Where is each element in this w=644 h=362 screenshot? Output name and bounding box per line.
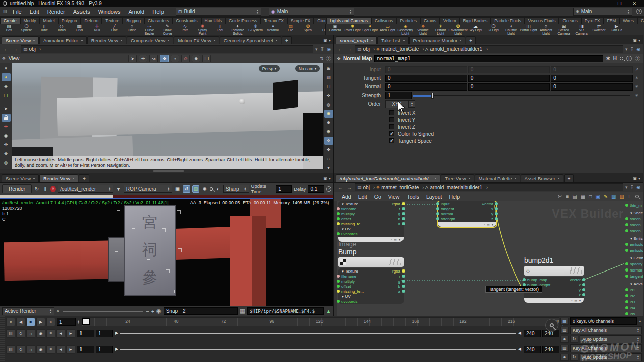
shelf-tab[interactable]: Lights and Cameras [326, 17, 371, 24]
path-crumb[interactable]: △ arnold_materialbuilder1 [425, 185, 488, 190]
shelf-tab[interactable]: Model [40, 17, 58, 24]
input-port-dot[interactable] [625, 288, 628, 291]
channels-icon[interactable]: ▦ [560, 318, 569, 325]
checkbox-row[interactable]: Invert Y [389, 116, 643, 123]
key-all-channels-select[interactable]: Key All Channels ▲▼ [570, 344, 642, 352]
pane-tab[interactable]: /obj/matnet_toriiGate/arnold_materialbui… [336, 174, 440, 182]
network-path[interactable]: ▤ obj ❖ matnet_toriiGate △ arnold_materi… [355, 183, 623, 191]
output-port-dot[interactable] [402, 285, 405, 288]
node-titlebar[interactable] [338, 257, 404, 267]
node-param-row[interactable]: strength z [438, 216, 496, 221]
input-port-dot[interactable] [337, 275, 340, 278]
shelf-tab[interactable]: Pyro FX [581, 17, 604, 24]
param-field-z[interactable]: 0 [551, 75, 633, 82]
node-footer[interactable]: ▫▭▾ [524, 298, 584, 303]
snap-field[interactable]: Snap 2 [164, 307, 238, 315]
save-snapshot-icon[interactable]: ▦ [240, 308, 245, 314]
output-port-dot[interactable] [402, 207, 405, 210]
pane-tab[interactable]: Motion FX View [174, 36, 219, 44]
path-chevron-icon[interactable]: ▾ [315, 47, 318, 52]
node-param-row[interactable]: Texture rgba [338, 201, 404, 206]
help-icon[interactable]: ? [636, 9, 642, 14]
refresh-icon[interactable]: ↻ [570, 336, 578, 343]
layout-icon[interactable]: □ [589, 194, 592, 199]
stop-button[interactable]: ■ [26, 318, 35, 326]
network-menu-item[interactable]: Help [445, 194, 463, 200]
output-port-dot[interactable] [582, 288, 585, 291]
input-port-dot[interactable] [625, 275, 628, 278]
pane-chevron-icon[interactable]: ▾ [638, 176, 640, 181]
minimize-button[interactable]: — [602, 1, 606, 6]
set-key-button[interactable] [545, 319, 558, 332]
shelf-tab[interactable]: Wires [619, 17, 637, 24]
minus-icon[interactable]: − [146, 308, 149, 314]
pane-layout-icon[interactable]: ▤ [2, 9, 8, 14]
node-param-row[interactable]: offset b [338, 284, 404, 289]
camera-snap-icon[interactable]: ◉ [156, 308, 162, 314]
pose-tool-icon[interactable]: ◎ [2, 159, 11, 167]
region-render-icon[interactable]: ▨ [192, 185, 200, 193]
pane-tab[interactable]: Asset Browser [521, 174, 564, 182]
surface-input-row[interactable]: normal [624, 267, 643, 273]
headlight-icon[interactable]: ✹ [324, 119, 333, 127]
axis-icon[interactable]: ✛ [324, 92, 333, 100]
network-menu-item[interactable]: Tools [403, 194, 423, 200]
list-icon[interactable]: ▤ [572, 194, 577, 199]
node-footer[interactable]: ▫▭▾ [438, 222, 496, 227]
shelf-tab[interactable]: Constraints [173, 17, 201, 24]
range-end-field[interactable]: 240 [542, 346, 559, 353]
pane-tab[interactable]: Composite View [127, 36, 173, 44]
node-flags[interactable] [569, 267, 582, 274]
input-port-dot[interactable] [625, 262, 628, 265]
output-port-dot[interactable] [495, 202, 498, 205]
menu-item[interactable]: Render [43, 8, 69, 16]
shelf-tab[interactable]: Hair Utils [201, 17, 225, 24]
input-port-dot[interactable] [625, 312, 628, 315]
network-editor[interactable]: VEX Builder Texture rgba [334, 201, 643, 316]
surface-input-row[interactable]: sheen_c [624, 222, 643, 228]
node-param-row[interactable]: multiply g [338, 279, 404, 284]
viewport-help-icon[interactable]: ? [326, 56, 331, 61]
shelf-tool[interactable]: ▯ Tube [35, 24, 53, 32]
shelf-tool[interactable]: ☀ Distant Light [432, 24, 449, 35]
shelf-tool[interactable]: ✛ Null [88, 24, 106, 32]
shelf-tab[interactable]: Rigging [123, 17, 144, 24]
shelf-tool[interactable]: ◫ Portal Light [520, 24, 537, 32]
right-scene-select[interactable]: ⊛ Main ▲▼ [573, 8, 632, 16]
output-port-dot[interactable] [402, 232, 405, 235]
re-render-icon[interactable]: ↻ [34, 186, 40, 192]
input-port-dot[interactable] [436, 202, 439, 205]
param-row-icon[interactable]: ✳ [633, 76, 641, 80]
surface-input-row[interactable]: Aovs [624, 281, 643, 287]
current-frame-field[interactable]: 1 [57, 318, 76, 326]
shelf-tab[interactable]: Crowds [637, 17, 644, 24]
up-level-icon[interactable]: ↑ [628, 194, 630, 199]
node-type-icon[interactable]: ❖ [337, 56, 341, 61]
pane-tab[interactable]: Performance Monitor [409, 36, 466, 44]
surface-input-row[interactable]: Geomet [624, 255, 643, 261]
param-field-z[interactable]: 0 [551, 83, 633, 90]
pane-menu-icon[interactable]: ▣ [323, 38, 327, 43]
key-mode-icon[interactable]: ▥ [560, 327, 569, 334]
node-param-row[interactable]: UV [338, 226, 404, 231]
shelf-tab[interactable]: Cloud FX [314, 17, 326, 24]
input-port-dot[interactable] [625, 211, 628, 214]
surface-input-row[interactable]: sheen [624, 216, 643, 222]
scrollbar-handle[interactable] [153, 170, 184, 172]
lighting-icon[interactable]: ✺ [324, 110, 333, 118]
playbar-grip[interactable] [0, 316, 5, 362]
input-port-dot[interactable] [337, 232, 340, 235]
forward-icon[interactable]: → [12, 46, 19, 52]
scene-spinner[interactable]: ▲▼ [349, 9, 352, 14]
shelf-tab[interactable]: Particle Fluids [491, 17, 524, 24]
prev-key-button[interactable]: ◄ [56, 329, 65, 338]
input-port-dot[interactable] [625, 229, 628, 232]
magnify-icon[interactable] [210, 187, 213, 191]
input-port-dot[interactable] [337, 217, 340, 220]
update-time-field[interactable]: 1 [276, 185, 292, 193]
menu-item[interactable]: Edit [26, 8, 43, 16]
scene-path[interactable]: ▤ obj [21, 45, 313, 53]
param-field-y[interactable]: 0 [468, 75, 550, 82]
input-port-dot[interactable] [337, 207, 340, 210]
realtime-toggle-button[interactable]: ↻ [16, 329, 25, 338]
